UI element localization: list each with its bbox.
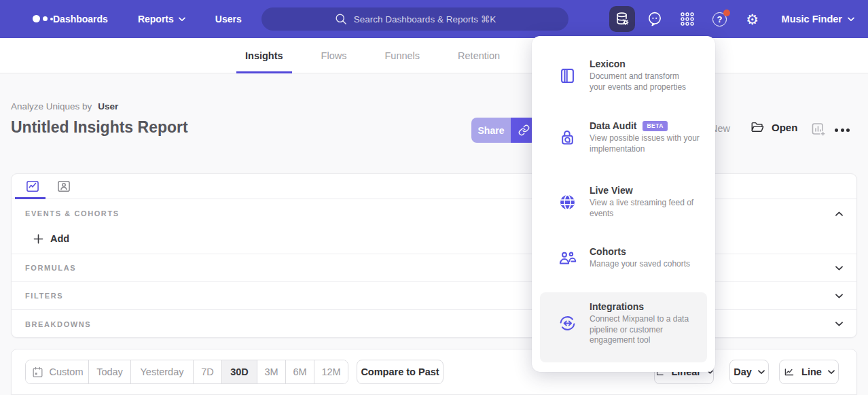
line-chart-tab-icon bbox=[25, 179, 40, 194]
more-options-button[interactable] bbox=[835, 124, 850, 135]
chevron-down-icon bbox=[848, 17, 854, 22]
chevron-down-icon[interactable] bbox=[835, 294, 843, 298]
chevron-down-icon bbox=[758, 370, 765, 375]
database-gear-icon bbox=[614, 11, 630, 27]
date-range-segmented-control: Custom Today Yesterday 7D 30D 3M 6M 12M bbox=[25, 360, 348, 384]
top-nav: Dashboards Reports Users Search Dashboar… bbox=[0, 0, 868, 38]
ellipsis-icon bbox=[835, 128, 838, 132]
range-custom[interactable]: Custom bbox=[26, 360, 88, 383]
query-builder-panel: EVENTS & COHORTS Add FORMULAS FILTERS BR… bbox=[11, 173, 857, 338]
nav-item-users[interactable]: Users bbox=[215, 14, 242, 24]
logo-dot-medium bbox=[43, 16, 48, 21]
plus-icon bbox=[33, 234, 43, 244]
book-icon bbox=[558, 67, 577, 85]
report-title[interactable]: Untitled Insights Report bbox=[11, 118, 188, 137]
menu-item-desc: Document and transform your events and p… bbox=[590, 71, 713, 92]
menu-item-title: Cohorts bbox=[590, 246, 626, 257]
range-12m[interactable]: 12M bbox=[314, 360, 348, 383]
range-6m[interactable]: 6M bbox=[285, 360, 314, 383]
range-yesterday[interactable]: Yesterday bbox=[130, 360, 193, 383]
feedback-button[interactable] bbox=[642, 6, 668, 32]
add-to-dashboard-button[interactable] bbox=[810, 121, 827, 139]
filters-label: FILTERS bbox=[25, 292, 63, 300]
analysis-context: Analyze Uniques byUser bbox=[11, 101, 118, 111]
help-button[interactable]: ? bbox=[707, 6, 733, 32]
nav-right-controls: ? ⚙ Music Finder bbox=[609, 0, 854, 38]
settings-button[interactable]: ⚙ bbox=[740, 6, 765, 32]
filters-section-header[interactable]: FILTERS bbox=[12, 282, 856, 310]
search-placeholder: Search Dashboards & Reports ⌘K bbox=[354, 14, 496, 24]
feedback-bubble-icon bbox=[647, 11, 663, 27]
range-30d[interactable]: 30D bbox=[221, 360, 257, 383]
chevron-down-icon[interactable] bbox=[835, 266, 843, 271]
range-7d[interactable]: 7D bbox=[193, 360, 221, 383]
menu-item-desc: View possible issues with your implement… bbox=[590, 133, 713, 154]
cohorts-people-icon bbox=[558, 249, 577, 267]
tab-insights[interactable]: Insights bbox=[236, 38, 292, 73]
chevron-down-icon bbox=[828, 370, 835, 375]
chevron-down-icon bbox=[179, 17, 185, 22]
tab-retention[interactable]: Retention bbox=[449, 38, 509, 73]
settings-gear-icon: ⚙ bbox=[746, 12, 759, 27]
events-cohorts-section-header[interactable]: EVENTS & COHORTS bbox=[12, 199, 856, 224]
formulas-section-header[interactable]: FORMULAS bbox=[12, 254, 856, 282]
add-button-label: Add bbox=[50, 233, 69, 244]
tab-funnels-label: Funnels bbox=[384, 50, 420, 61]
time-controls-panel: Custom Today Yesterday 7D 30D 3M 6M 12M … bbox=[11, 349, 857, 395]
breakdowns-section-header[interactable]: BREAKDOWNS bbox=[12, 310, 856, 338]
apps-grid-button[interactable] bbox=[674, 6, 700, 32]
tab-flows-label: Flows bbox=[321, 50, 347, 61]
tab-flows[interactable]: Flows bbox=[312, 38, 356, 73]
menu-item-title: Live View bbox=[590, 185, 633, 196]
workspace-switcher[interactable]: Music Finder bbox=[782, 14, 854, 24]
add-event-button[interactable]: Add bbox=[33, 233, 69, 244]
primary-nav: Dashboards Reports Users bbox=[53, 0, 242, 38]
menu-item-desc: Manage your saved cohorts bbox=[590, 259, 713, 270]
menu-item-integrations[interactable]: Integrations Connect Mixpanel to a data … bbox=[540, 301, 707, 346]
nav-item-reports[interactable]: Reports bbox=[138, 14, 185, 24]
menu-item-cohorts[interactable]: Cohorts Manage your saved cohorts bbox=[532, 246, 715, 270]
open-button-label: Open bbox=[772, 122, 797, 133]
data-management-button[interactable] bbox=[609, 6, 635, 32]
report-tabbar: Insights Flows Funnels Retention Signal … bbox=[0, 38, 868, 73]
line-chart-icon bbox=[783, 366, 795, 378]
interval-select[interactable]: Day bbox=[729, 360, 769, 384]
chevron-down-icon[interactable] bbox=[835, 322, 843, 326]
menu-item-live-view[interactable]: Live View View a live streaming feed of … bbox=[532, 185, 715, 219]
mixpanel-logo[interactable] bbox=[33, 15, 53, 22]
tab-metrics-view[interactable] bbox=[17, 174, 48, 199]
chart-add-icon bbox=[810, 121, 827, 137]
events-cohorts-label: EVENTS & COHORTS bbox=[25, 209, 120, 218]
compare-to-past-button[interactable]: Compare to Past bbox=[357, 360, 444, 384]
globe-icon bbox=[558, 193, 577, 211]
formulas-label: FORMULAS bbox=[25, 264, 76, 272]
active-tab-underline bbox=[15, 197, 46, 199]
nav-item-reports-label: Reports bbox=[138, 14, 174, 24]
open-report-button[interactable]: Open bbox=[750, 120, 797, 134]
menu-item-hover-highlight: Integrations Connect Mixpanel to a data … bbox=[540, 292, 707, 362]
analysis-context-value[interactable]: User bbox=[98, 101, 118, 111]
menu-item-data-audit[interactable]: Data Audit BETA View possible issues wit… bbox=[532, 120, 715, 154]
menu-item-lexicon[interactable]: Lexicon Document and transform your even… bbox=[532, 58, 715, 92]
tab-funnels[interactable]: Funnels bbox=[376, 38, 429, 73]
beta-badge: BETA bbox=[643, 121, 668, 131]
nav-item-dashboards[interactable]: Dashboards bbox=[53, 14, 108, 24]
menu-item-title: Integrations bbox=[590, 301, 644, 312]
range-custom-label: Custom bbox=[50, 366, 84, 377]
events-add-row: Add bbox=[12, 224, 856, 254]
share-button[interactable]: Share bbox=[471, 118, 511, 143]
range-3m[interactable]: 3M bbox=[257, 360, 285, 383]
link-icon bbox=[518, 124, 530, 136]
menu-item-desc: Connect Mixpanel to a data pipeline or c… bbox=[590, 314, 707, 346]
chart-type-select[interactable]: Line bbox=[779, 360, 839, 384]
search-input[interactable]: Search Dashboards & Reports ⌘K bbox=[261, 7, 568, 31]
range-today[interactable]: Today bbox=[88, 360, 130, 383]
chevron-up-icon[interactable] bbox=[835, 211, 843, 216]
notification-dot bbox=[723, 10, 730, 16]
folder-icon bbox=[750, 120, 765, 134]
search-icon bbox=[334, 12, 348, 26]
apps-grid-icon bbox=[679, 11, 695, 27]
tab-profiles-view[interactable] bbox=[48, 174, 79, 199]
workspace-name: Music Finder bbox=[782, 14, 842, 24]
chart-type-label: Line bbox=[801, 366, 822, 377]
